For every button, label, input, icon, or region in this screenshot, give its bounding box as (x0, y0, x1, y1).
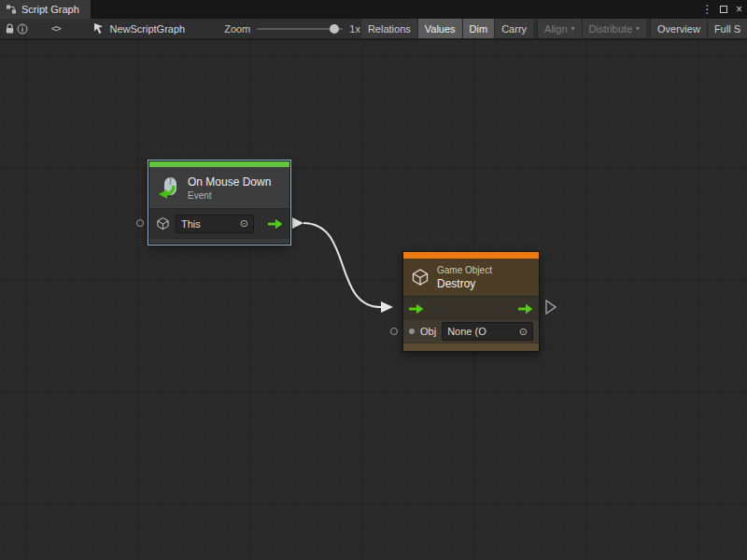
fullscreen-button[interactable]: Full S (707, 19, 747, 39)
event-node-body: This ⊙ (149, 208, 289, 238)
connection-wire[interactable] (292, 217, 393, 313)
destroy-input-row: Obj None (O ⊙ (403, 320, 539, 343)
info-button[interactable] (16, 19, 28, 39)
zoom-control: Zoom 1x (224, 23, 360, 35)
flow-input-port[interactable] (409, 303, 424, 315)
maximize-icon (720, 6, 727, 13)
target-object-field[interactable]: This ⊙ (176, 215, 254, 233)
lock-icon (5, 23, 15, 35)
flow-output-port[interactable] (518, 303, 533, 315)
code-icon: <> (51, 23, 61, 34)
zoom-slider[interactable] (257, 28, 343, 30)
target-object-value: This (181, 218, 201, 230)
value-input-port[interactable] (409, 329, 415, 334)
destroy-node-footer (403, 343, 539, 351)
align-label: Align (544, 23, 567, 35)
node-on-mouse-down[interactable]: On Mouse Down Event This ⊙ (148, 161, 290, 245)
graph-tab-icon (6, 4, 17, 15)
cube-icon (411, 268, 430, 287)
cursor-icon (93, 22, 105, 35)
distribute-label: Distribute (589, 23, 632, 35)
zoom-label: Zoom (224, 23, 250, 35)
node-category: Game Object (437, 265, 492, 275)
chevron-down-icon: ▾ (636, 24, 640, 33)
mouse-down-icon (157, 175, 181, 200)
zoom-knob[interactable] (330, 24, 339, 34)
dim-button[interactable]: Dim (462, 19, 495, 39)
lock-button[interactable] (4, 19, 16, 39)
destroy-obj-port[interactable] (390, 328, 398, 335)
distribute-button[interactable]: Distribute ▾ (582, 19, 646, 39)
destroy-node-titles: Game Object Destroy (437, 265, 492, 290)
zoom-value: 1x (349, 23, 360, 35)
maximize-button[interactable] (715, 0, 731, 19)
tab-script-graph[interactable]: Script Graph (0, 0, 91, 19)
flow-output-port[interactable] (268, 218, 283, 230)
wire-layer (0, 40, 747, 560)
object-picker-icon[interactable]: ⊙ (519, 326, 528, 338)
destroy-flow-continue-port[interactable] (546, 301, 556, 314)
values-button[interactable]: Values (417, 19, 462, 39)
wire-end-arrow-icon (381, 301, 393, 313)
node-subtitle: Event (188, 190, 271, 201)
event-node-titles: On Mouse Down Event (188, 175, 271, 201)
event-node-footer (149, 238, 289, 244)
destroy-flow-row (403, 296, 539, 320)
destroy-accent-strip (403, 252, 539, 259)
object-picker-icon[interactable]: ⊙ (240, 217, 248, 230)
tab-title: Script Graph (21, 4, 79, 15)
wire-path (303, 223, 381, 307)
graph-toolbar: <> NewScriptGraph Zoom 1x Relations Valu… (0, 19, 747, 39)
destroy-node-header: Game Object Destroy (403, 259, 539, 296)
kebab-menu-icon: ⋮ (702, 3, 713, 16)
edit-code-button[interactable]: <> (49, 19, 62, 39)
info-icon (17, 23, 28, 35)
overview-button[interactable]: Overview (650, 19, 707, 39)
graph-name-label: NewScriptGraph (109, 23, 185, 35)
node-destroy[interactable]: Game Object Destroy Obj None (O ⊙ (402, 251, 540, 352)
event-node-header: On Mouse Down Event (149, 167, 289, 208)
input-label: Obj (420, 326, 436, 337)
obj-field-value: None (O (447, 326, 486, 337)
window-menu-button[interactable]: ⋮ (699, 0, 715, 19)
event-target-port[interactable] (136, 219, 144, 227)
carry-button[interactable]: Carry (494, 19, 533, 39)
node-title: Destroy (437, 277, 492, 290)
graph-name-group[interactable]: NewScriptGraph (93, 22, 185, 35)
obj-field[interactable]: None (O ⊙ (442, 322, 533, 341)
graph-canvas[interactable]: On Mouse Down Event This ⊙ (0, 40, 747, 560)
toolbar-button-group: Relations Values Dim Carry Align ▾ Distr… (360, 19, 747, 39)
node-title: On Mouse Down (188, 175, 271, 189)
wire-start-arrow-icon (292, 217, 303, 229)
chevron-down-icon: ▾ (571, 24, 575, 33)
cube-icon (156, 217, 170, 231)
window-titlebar: Script Graph ⋮ × (0, 0, 747, 19)
close-icon: × (736, 3, 742, 16)
relations-button[interactable]: Relations (360, 19, 417, 39)
close-button[interactable]: × (731, 0, 747, 19)
align-button[interactable]: Align ▾ (537, 19, 581, 39)
